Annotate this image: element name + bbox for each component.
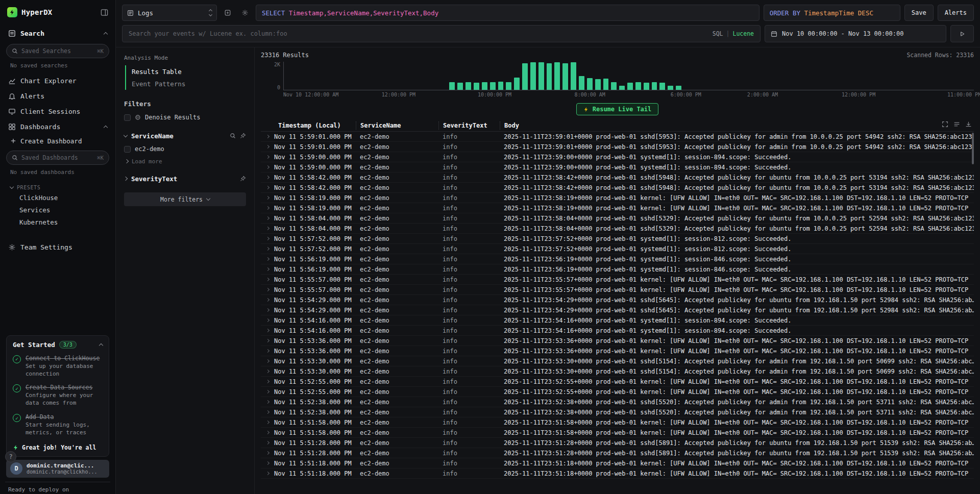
table-row[interactable]: Nov 11 5:59:00.000 PM ec2-demo info 2025… <box>261 162 974 172</box>
row-expand-chevron-icon[interactable] <box>261 145 274 148</box>
table-row[interactable]: Nov 11 5:51:58.000 PM ec2-demo info 2025… <box>261 428 974 438</box>
row-expand-chevron-icon[interactable] <box>261 431 274 434</box>
sidebar-item-search[interactable]: Search <box>5 26 110 41</box>
table-row[interactable]: Nov 11 5:51:28.000 PM ec2-demo info 2025… <box>261 438 974 448</box>
col-severitytext[interactable]: SeverityText <box>438 121 500 130</box>
row-expand-chevron-icon[interactable] <box>261 401 274 403</box>
table-row[interactable]: Nov 11 5:54:29.000 PM ec2-demo info 2025… <box>261 295 974 305</box>
row-expand-chevron-icon[interactable] <box>261 166 274 168</box>
source-expand-icon[interactable] <box>221 5 234 21</box>
language-toggle[interactable]: SQL | Lucene <box>713 30 754 37</box>
table-row[interactable]: Nov 11 5:58:04.000 PM ec2-demo info 2025… <box>261 224 974 234</box>
event-search-field[interactable] <box>129 30 708 37</box>
col-servicename[interactable]: ServiceName <box>356 121 438 130</box>
row-expand-chevron-icon[interactable] <box>261 299 274 301</box>
table-row[interactable]: Nov 11 5:53:36.000 PM ec2-demo info 2025… <box>261 336 974 346</box>
sidebar-item-alerts[interactable]: Alerts <box>5 88 110 104</box>
row-expand-chevron-icon[interactable] <box>261 217 274 219</box>
row-expand-chevron-icon[interactable] <box>261 411 274 413</box>
row-expand-chevron-icon[interactable] <box>261 156 274 158</box>
table-row[interactable]: Nov 11 5:58:19.000 PM ec2-demo info 2025… <box>261 193 974 203</box>
row-expand-chevron-icon[interactable] <box>261 186 274 189</box>
run-query-button[interactable] <box>950 25 974 42</box>
help-button[interactable]: ? <box>5 451 16 462</box>
table-row[interactable]: Nov 11 5:54:29.000 PM ec2-demo info 2025… <box>261 305 974 315</box>
saved-dashboards-field[interactable] <box>21 154 93 161</box>
table-row[interactable]: Nov 11 5:53:30.000 PM ec2-demo info 2025… <box>261 366 974 377</box>
table-row[interactable]: Nov 11 5:52:55.000 PM ec2-demo info 2025… <box>261 387 974 397</box>
table-row[interactable]: Nov 11 5:58:04.000 PM ec2-demo info 2025… <box>261 213 974 224</box>
source-select[interactable]: Logs <box>122 5 217 21</box>
table-row[interactable]: Nov 11 5:54:16.000 PM ec2-demo info 2025… <box>261 315 974 326</box>
table-row[interactable]: Nov 11 5:53:36.000 PM ec2-demo info 2025… <box>261 346 974 356</box>
table-row[interactable]: Nov 11 5:56:19.000 PM ec2-demo info 2025… <box>261 254 974 264</box>
download-icon[interactable] <box>965 121 972 128</box>
sidebar-item-dashboards[interactable]: Dashboards <box>5 119 110 134</box>
row-expand-chevron-icon[interactable] <box>261 350 274 352</box>
row-expand-chevron-icon[interactable] <box>261 360 274 362</box>
table-row[interactable]: Nov 11 5:51:58.000 PM ec2-demo info 2025… <box>261 417 974 428</box>
sidebar-item-client-sessions[interactable]: Client Sessions <box>5 104 110 119</box>
row-expand-chevron-icon[interactable] <box>261 370 274 373</box>
expand-view-icon[interactable] <box>942 121 948 128</box>
mode-results-table[interactable]: Results Table <box>132 65 246 78</box>
row-expand-chevron-icon[interactable] <box>261 441 274 444</box>
get-started-step[interactable]: ✓ Add Data Start sending logs, metrics, … <box>13 413 103 437</box>
resume-live-tail-button[interactable]: Resume Live Tail <box>576 103 659 115</box>
query-settings-gear-icon[interactable] <box>238 5 252 21</box>
table-row[interactable]: Nov 11 5:55:57.000 PM ec2-demo info 2025… <box>261 285 974 295</box>
col-timestamp[interactable]: Timestamp (Local) <box>274 121 356 130</box>
collapse-sidebar-icon[interactable] <box>101 9 108 16</box>
event-search-input[interactable]: SQL | Lucene <box>122 25 761 42</box>
lang-sql[interactable]: SQL <box>713 30 723 37</box>
filter-search-icon[interactable] <box>230 133 236 139</box>
row-expand-chevron-icon[interactable] <box>261 135 274 138</box>
preset-item[interactable]: Services <box>5 204 110 216</box>
denoise-results-row[interactable]: Denoise Results <box>124 111 246 124</box>
row-expand-chevron-icon[interactable] <box>261 329 274 332</box>
time-range-picker[interactable]: Nov 10 00:00:00 - Nov 13 00:00:00 <box>765 25 946 42</box>
row-expand-chevron-icon[interactable] <box>261 278 274 281</box>
get-started-step[interactable]: ✓ Create Data Sources Configure where yo… <box>13 384 103 407</box>
preset-item[interactable]: Kubernetes <box>5 216 110 228</box>
table-row[interactable]: Nov 11 5:56:19.000 PM ec2-demo info 2025… <box>261 264 974 275</box>
table-row[interactable]: Nov 11 5:53:30.000 PM ec2-demo info 2025… <box>261 356 974 366</box>
table-row[interactable]: Nov 11 5:51:18.000 PM ec2-demo info 2025… <box>261 468 974 479</box>
filter-group-servicename[interactable]: ServiceName <box>124 129 246 142</box>
filter-group-severitytext[interactable]: SeverityText <box>124 172 246 185</box>
row-expand-chevron-icon[interactable] <box>261 452 274 454</box>
pin-icon[interactable] <box>240 176 246 182</box>
table-scrollbar[interactable] <box>972 133 974 164</box>
filter-option-row[interactable]: ec2-demo <box>124 142 246 156</box>
table-row[interactable]: Nov 11 5:59:00.000 PM ec2-demo info 2025… <box>261 152 974 162</box>
sidebar-item-chart-explorer[interactable]: Chart Explorer <box>5 73 110 88</box>
row-expand-chevron-icon[interactable] <box>261 472 274 475</box>
row-expand-chevron-icon[interactable] <box>261 390 274 393</box>
row-expand-chevron-icon[interactable] <box>261 237 274 240</box>
table-row[interactable]: Nov 11 5:51:18.000 PM ec2-demo info 2025… <box>261 458 974 468</box>
row-expand-chevron-icon[interactable] <box>261 258 274 260</box>
table-row[interactable]: Nov 11 5:52:55.000 PM ec2-demo info 2025… <box>261 377 974 387</box>
table-row[interactable]: Nov 11 5:51:28.000 PM ec2-demo info 2025… <box>261 448 974 458</box>
save-button[interactable]: Save <box>904 5 934 21</box>
row-expand-chevron-icon[interactable] <box>261 288 274 291</box>
sidebar-item-team-settings[interactable]: Team Settings <box>5 239 110 255</box>
denoise-checkbox[interactable] <box>124 114 131 121</box>
row-expand-chevron-icon[interactable] <box>261 421 274 424</box>
saved-searches-input[interactable]: ⌘K <box>6 44 109 58</box>
table-row[interactable]: Nov 11 5:52:38.000 PM ec2-demo info 2025… <box>261 407 974 417</box>
table-row[interactable]: Nov 11 5:57:52.000 PM ec2-demo info 2025… <box>261 234 974 244</box>
row-expand-chevron-icon[interactable] <box>261 196 274 199</box>
table-row[interactable]: Nov 11 5:58:42.000 PM ec2-demo info 2025… <box>261 183 974 193</box>
row-expand-chevron-icon[interactable] <box>261 339 274 342</box>
row-expand-chevron-icon[interactable] <box>261 268 274 270</box>
table-row[interactable]: Nov 11 5:59:01.000 PM ec2-demo info 2025… <box>261 132 974 142</box>
saved-dashboards-input[interactable]: ⌘K <box>6 151 109 165</box>
saved-searches-field[interactable] <box>21 47 93 55</box>
pin-icon[interactable] <box>240 133 246 139</box>
presets-header[interactable]: PRESETS <box>5 180 110 191</box>
alerts-button[interactable]: Alerts <box>938 5 974 21</box>
order-by-editor[interactable]: ORDER BY TimestampTime DESC <box>764 5 900 21</box>
table-row[interactable]: Nov 11 5:58:19.000 PM ec2-demo info 2025… <box>261 203 974 213</box>
table-row[interactable]: Nov 11 5:52:38.000 PM ec2-demo info 2025… <box>261 397 974 407</box>
